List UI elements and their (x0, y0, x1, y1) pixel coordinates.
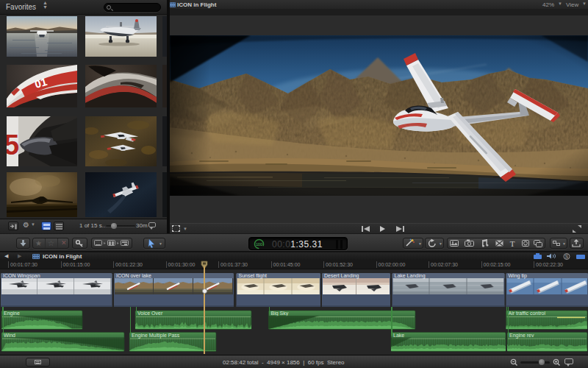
svg-text:S: S (565, 254, 569, 259)
svg-text:Wind: Wind (4, 333, 15, 338)
svg-text:Engine Multiple Pass: Engine Multiple Pass (132, 333, 180, 339)
svg-text:Engine: Engine (4, 311, 20, 316)
svg-text:100: 100 (256, 242, 262, 247)
svg-text:5: 5 (7, 130, 19, 160)
svg-text:Engine rev: Engine rev (509, 333, 534, 339)
svg-text:T: T (510, 239, 515, 248)
svg-text:Air traffic control: Air traffic control (509, 311, 546, 316)
svg-text:Lake: Lake (393, 333, 404, 338)
svg-text:Voice Over: Voice Over (137, 311, 163, 316)
svg-text:Big Sky: Big Sky (271, 311, 289, 316)
